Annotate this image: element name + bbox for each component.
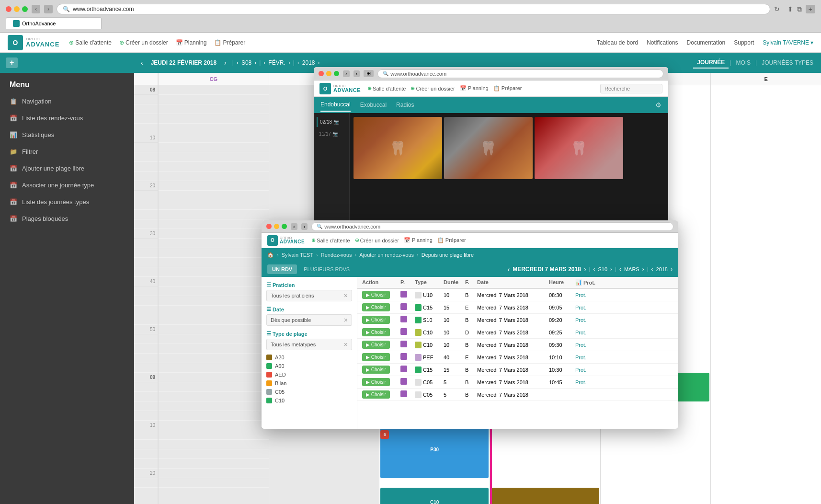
photo-item-2[interactable]: 🦷 <box>444 117 533 179</box>
choose-btn-5[interactable]: ▶ Choisir <box>362 341 390 349</box>
cal-next-year[interactable]: › <box>318 59 320 66</box>
view-mois[interactable]: MOIS <box>732 57 754 68</box>
appt-back[interactable]: ‹ <box>291 223 297 230</box>
reload-btn[interactable]: ↻ <box>774 5 780 13</box>
add-event-btn[interactable]: + <box>6 57 18 68</box>
filter-date-value[interactable]: Dès que possible × <box>266 314 352 326</box>
appt-next-month[interactable]: › <box>642 266 644 273</box>
cal-prev-year[interactable]: ‹ <box>297 59 299 66</box>
appt-prev-week[interactable]: ‹ <box>593 266 595 273</box>
nav-user[interactable]: Sylvain TAVERNE ▾ <box>763 39 813 46</box>
choose-btn-4[interactable]: ▶ Choisir <box>362 328 390 336</box>
tab-radios[interactable]: Radios <box>396 99 414 111</box>
sidebar-item-filtrer[interactable]: 📁 Filtrer <box>0 143 134 160</box>
tab-endobuccal[interactable]: Endobuccal <box>320 98 351 112</box>
photo-item-1[interactable]: 🦷 <box>353 117 442 179</box>
cal-next-day[interactable]: › <box>221 57 229 69</box>
filter-clear-2[interactable]: × <box>344 317 348 323</box>
sidebar-item-rdv[interactable]: 📅 Liste des rendez-vous <box>0 110 134 126</box>
filter-type-bilan[interactable]: Bilan <box>266 379 352 388</box>
minimize-btn[interactable] <box>14 6 20 12</box>
nav-salle[interactable]: ⊕ Salle d'attente <box>69 39 112 46</box>
sidebar-item-plages-bloquees[interactable]: 📅 Plages bloquées <box>0 210 134 227</box>
appt-forward[interactable]: › <box>301 223 308 230</box>
event-a20[interactable]: A20 <box>491 488 599 504</box>
photo-item-3[interactable]: 🦷 <box>535 117 623 179</box>
choose-btn-3[interactable]: ▶ Choisir <box>362 316 390 324</box>
event-c10-a[interactable]: C10 <box>380 488 489 504</box>
tab-exobuccal[interactable]: Exobuccal <box>360 99 387 111</box>
appt-next-date[interactable]: › <box>584 265 586 273</box>
filter-type-c05[interactable]: C05 <box>266 388 352 396</box>
sidebar-item-liste-journees[interactable]: 📅 Liste des journées types <box>0 194 134 210</box>
choose-btn-9[interactable]: ▶ Choisir <box>362 390 390 399</box>
cal-prev-month[interactable]: ‹ <box>263 59 265 66</box>
new-tab-btn[interactable]: ⧉ <box>797 5 802 13</box>
photos-forward[interactable]: › <box>353 70 360 77</box>
nav-planning[interactable]: 📅 Planning <box>176 39 207 46</box>
filter-clear-1[interactable]: × <box>344 292 348 299</box>
nav-preparer[interactable]: 📋 Préparer <box>214 39 245 46</box>
photos-maximize[interactable] <box>334 71 339 76</box>
sidebar-item-navigation[interactable]: 📋 Navigation <box>0 93 134 110</box>
event-p30-a[interactable]: P30 <box>380 421 489 478</box>
cal-prev-day[interactable]: ‹ <box>138 57 146 69</box>
appt-prev-month[interactable]: ‹ <box>619 266 621 273</box>
photos-close[interactable] <box>319 71 324 76</box>
nav-support[interactable]: Support <box>734 39 754 46</box>
filter-type-a20[interactable]: A20 <box>266 353 352 362</box>
appt-nav-planning[interactable]: 📅 Planning <box>404 237 433 243</box>
view-types[interactable]: JOURNÉES TYPES <box>758 57 817 68</box>
appt-close[interactable] <box>266 224 272 229</box>
bc-ajouter[interactable]: Ajouter un rendez-vous <box>359 252 414 258</box>
bc-home-icon[interactable]: 🏠 <box>267 252 274 258</box>
sidebar-item-assoc[interactable]: 📅 Associer une journée type <box>0 177 134 194</box>
maximize-btn[interactable] <box>22 6 28 12</box>
appt-maximize[interactable] <box>282 224 287 229</box>
nav-documentation[interactable]: Documentation <box>687 39 726 46</box>
close-btn[interactable] <box>6 6 11 12</box>
appt-nav-creer[interactable]: ⊕Créer un dossier <box>355 237 399 243</box>
photos-search[interactable] <box>600 84 662 93</box>
photos-back[interactable]: ‹ <box>343 70 350 77</box>
filter-clear-3[interactable]: × <box>344 341 348 348</box>
photos-url[interactable]: 🔍 www.orthoadvance.com <box>377 69 663 78</box>
filter-type-c10[interactable]: C10 <box>266 396 352 405</box>
appt-next-week[interactable]: › <box>610 266 612 273</box>
forward-btn[interactable]: › <box>44 5 53 13</box>
filter-type-aed[interactable]: AED <box>266 370 352 379</box>
appt-next-year[interactable]: › <box>671 266 673 273</box>
appt-nav-salle[interactable]: ⊕Salle d'attente <box>311 237 350 243</box>
photo-date-1[interactable]: 02/18 📷 <box>317 117 346 127</box>
sidebar-item-plage[interactable]: 📅 Ajouter une plage libre <box>0 160 134 177</box>
sidebar-item-stats[interactable]: 📊 Statistiques <box>0 126 134 143</box>
tab-plusieurs-rdvs[interactable]: PLUSIEURS RDVS <box>299 264 354 274</box>
active-tab[interactable]: OrthoAdvance <box>6 17 102 29</box>
appt-nav-preparer[interactable]: 📋 Préparer <box>437 237 466 243</box>
appt-prev-date[interactable]: ‹ <box>508 265 510 273</box>
appt-url[interactable]: 🔍 www.orthoadvance.com <box>311 222 673 231</box>
bc-rdv[interactable]: Rendez-vous <box>321 252 352 258</box>
share-btn[interactable]: ⬆ <box>787 5 793 13</box>
tab-un-rdv[interactable]: UN RDV <box>267 264 297 274</box>
nav-notifications[interactable]: Notifications <box>647 39 678 46</box>
photos-nav-salle[interactable]: ⊕Salle d'attente <box>367 85 406 92</box>
bc-sylvain[interactable]: Sylvain TEST <box>282 252 313 258</box>
gear-icon[interactable]: ⚙ <box>655 101 661 109</box>
nav-creer[interactable]: ⊕ Créer un dossier <box>119 39 168 46</box>
photo-date-2[interactable]: 11/17 📷 <box>317 129 346 139</box>
choose-btn-1[interactable]: ▶ Choisir <box>362 291 390 299</box>
view-journee[interactable]: JOURNÉE <box>693 57 729 69</box>
choose-btn-6[interactable]: ▶ Choisir <box>362 353 390 361</box>
choose-btn-7[interactable]: ▶ Choisir <box>362 366 390 374</box>
url-bar[interactable]: 🔍 www.orthoadvance.com <box>57 4 770 14</box>
cal-next-week[interactable]: › <box>254 59 256 66</box>
filter-praticien-value[interactable]: Tous les praticiens × <box>266 290 352 301</box>
nav-tableau[interactable]: Tableau de bord <box>597 39 638 46</box>
appt-minimize[interactable] <box>274 224 279 229</box>
cal-next-month[interactable]: › <box>288 59 290 66</box>
bc-plage[interactable]: Depuis une plage libre <box>422 252 474 258</box>
photos-nav-creer[interactable]: ⊕Créer un dossier <box>410 85 455 92</box>
choose-btn-8[interactable]: ▶ Choisir <box>362 378 390 386</box>
filter-type-value[interactable]: Tous les metatypes × <box>266 339 352 350</box>
